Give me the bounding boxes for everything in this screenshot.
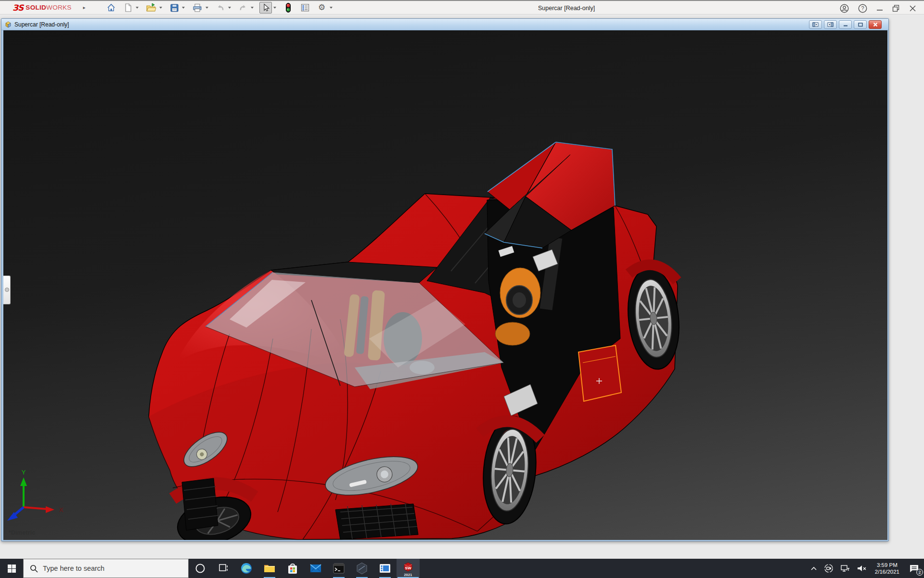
new-document-button[interactable]	[122, 2, 134, 13]
svg-text:Y: Y	[22, 469, 26, 476]
brand-works: WORKS	[46, 4, 72, 11]
cortana-button[interactable]	[189, 559, 212, 578]
graphics-viewport[interactable]: Y X *Dimetric	[3, 30, 887, 540]
home-button[interactable]	[105, 2, 117, 13]
doc-close-button[interactable]	[869, 20, 882, 29]
open-dropdown[interactable]	[158, 2, 164, 13]
task-view-button[interactable]	[212, 559, 235, 578]
file-properties-icon	[300, 3, 310, 13]
hidden-icons-button[interactable]	[807, 559, 821, 578]
doc-minimize-icon	[843, 22, 848, 27]
undo-dropdown[interactable]	[227, 2, 232, 13]
print-dropdown[interactable]	[204, 2, 210, 13]
svg-text:?: ?	[861, 5, 864, 11]
doc-restore-button[interactable]	[854, 20, 867, 29]
print-button[interactable]	[191, 2, 204, 13]
file-properties-button[interactable]	[299, 2, 311, 13]
rebuild-button[interactable]	[282, 2, 295, 13]
cortana-icon	[195, 563, 205, 574]
svg-text:X: X	[59, 506, 64, 513]
doc-close-icon	[873, 22, 878, 27]
assembly-icon	[4, 21, 12, 28]
select-dropdown[interactable]	[272, 2, 278, 13]
select-button[interactable]	[259, 2, 272, 13]
chevron-up-icon	[810, 566, 817, 571]
restore-icon[interactable]	[892, 4, 900, 12]
doc-minimize-button[interactable]	[839, 20, 852, 29]
redo-dropdown[interactable]	[249, 2, 255, 13]
store-icon	[287, 562, 298, 575]
solidworks-3s-icon: ЗS	[13, 3, 23, 13]
meet-now-button[interactable]	[821, 559, 837, 578]
solidworks-logo: ЗS SOLIDWORKS ▸	[0, 3, 86, 13]
pane-right-toggle-button[interactable]	[824, 20, 837, 29]
command-prompt-icon	[333, 562, 345, 575]
save-dropdown[interactable]	[180, 2, 186, 13]
redo-icon	[238, 3, 248, 13]
document-title: Supercar [Read-only]	[14, 21, 69, 28]
taskbar-app-command-prompt[interactable]	[327, 559, 350, 578]
svg-text:SW: SW	[405, 566, 411, 570]
solidworks-year-label: 2021	[404, 573, 412, 577]
taskbar-app-media[interactable]	[373, 559, 397, 578]
pane-left-toggle-button[interactable]	[809, 20, 822, 29]
taskbar-app-mail[interactable]	[304, 559, 327, 578]
solidworks-app-icon: SW	[402, 562, 414, 572]
orientation-triad: Y X	[7, 469, 64, 521]
minimize-icon[interactable]	[876, 5, 883, 12]
doc-restore-icon	[858, 22, 863, 27]
app-titlebar: ЗS SOLIDWORKS ▸	[0, 0, 924, 14]
options-button[interactable]: ⚙	[316, 2, 328, 13]
new-document-dropdown[interactable]	[134, 2, 140, 13]
save-icon	[169, 3, 179, 13]
volume-button[interactable]	[853, 559, 871, 578]
clock-time: 3:59 PM	[877, 562, 898, 568]
open-icon	[146, 3, 156, 13]
windows-logo-icon	[8, 565, 16, 573]
volume-muted-icon	[857, 564, 867, 573]
windows-taskbar: SW 2021 3:59 PM	[0, 559, 924, 578]
file-explorer-icon	[263, 562, 276, 575]
save-button[interactable]	[168, 2, 180, 13]
app-title: Supercar [Read-only]	[538, 1, 595, 15]
search-input[interactable]	[43, 565, 168, 572]
document-titlebar[interactable]: Supercar [Read-only]	[1, 19, 888, 30]
close-icon[interactable]	[909, 5, 916, 12]
taskbar-app-store[interactable]	[281, 559, 304, 578]
undo-button[interactable]	[214, 2, 227, 13]
rebuild-stoplight-icon	[285, 2, 292, 13]
media-app-icon	[379, 562, 391, 575]
taskbar-app-file-explorer[interactable]	[258, 559, 281, 578]
system-tray: 3:59 PM 2/16/2021 2	[807, 559, 924, 578]
selected-rocker-panel	[578, 345, 621, 401]
edge-icon	[240, 562, 253, 575]
action-center-button[interactable]: 2	[904, 559, 924, 578]
taskbar-app-hexagon[interactable]	[350, 559, 373, 578]
featuremanager-flyout-tab[interactable]	[3, 276, 11, 304]
taskbar-clock[interactable]: 3:59 PM 2/16/2021	[871, 559, 904, 578]
taskbar-search[interactable]	[23, 559, 189, 578]
taskbar-app-edge[interactable]	[235, 559, 258, 578]
hexagon-app-icon	[356, 562, 368, 575]
document-window-buttons	[809, 20, 888, 29]
menu-flyout-arrow[interactable]: ▸	[83, 5, 86, 10]
brand-solid: SOLID	[26, 4, 46, 11]
account-icon[interactable]	[840, 4, 849, 13]
help-icon[interactable]: ?	[858, 4, 867, 13]
network-icon	[840, 564, 850, 573]
view-orientation-label: *Dimetric	[9, 529, 35, 536]
pane-left-icon	[812, 22, 819, 27]
redo-button[interactable]	[237, 2, 249, 13]
start-button[interactable]	[0, 559, 23, 578]
taskbar-app-solidworks[interactable]: SW 2021	[397, 559, 420, 578]
mdi-workspace: Supercar [Read-only]	[0, 14, 924, 559]
select-cursor-icon	[261, 3, 270, 13]
task-view-icon	[218, 564, 228, 573]
open-button[interactable]	[144, 2, 158, 13]
supercar-3d-model: Y X	[3, 30, 887, 540]
quick-access-toolbar: ⚙	[105, 0, 334, 15]
print-icon	[192, 3, 203, 13]
options-dropdown[interactable]	[328, 2, 334, 13]
network-button[interactable]	[837, 559, 853, 578]
mail-icon	[309, 562, 322, 575]
